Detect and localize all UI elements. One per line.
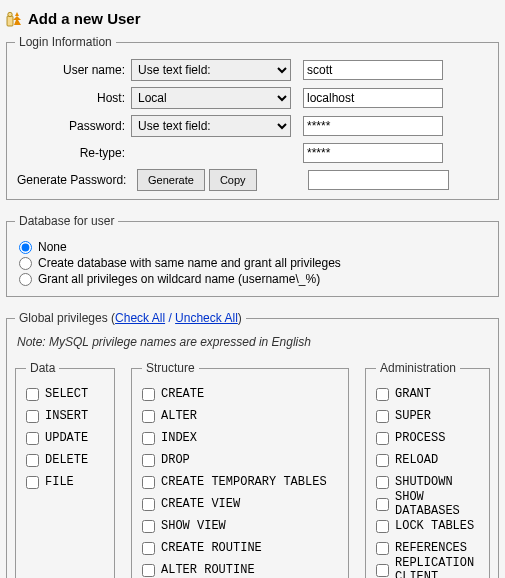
privilege-item[interactable]: GRANT <box>376 385 479 403</box>
data-privileges-legend: Data <box>26 361 59 375</box>
username-input[interactable] <box>303 60 443 80</box>
db-wild-row[interactable]: Grant all privileges on wildcard name (u… <box>19 272 490 286</box>
privilege-label: SHOW DATABASES <box>395 490 479 518</box>
privilege-checkbox[interactable] <box>142 520 155 533</box>
privilege-label: CREATE <box>161 387 204 401</box>
privilege-checkbox[interactable] <box>142 388 155 401</box>
privilege-label: DELETE <box>45 453 88 467</box>
privilege-label: SELECT <box>45 387 88 401</box>
privilege-checkbox[interactable] <box>142 542 155 555</box>
privilege-label: LOCK TABLES <box>395 519 474 533</box>
host-mode-select[interactable]: Local <box>131 87 291 109</box>
privilege-checkbox[interactable] <box>142 476 155 489</box>
copy-button[interactable]: Copy <box>209 169 257 191</box>
data-privileges-fieldset: Data SELECTINSERTUPDATEDELETEFILE <box>15 361 115 578</box>
login-info-fieldset: Login Information User name: Use text fi… <box>6 35 499 200</box>
privilege-label: RELOAD <box>395 453 438 467</box>
generate-button[interactable]: Generate <box>137 169 205 191</box>
privileges-note: Note: MySQL privilege names are expresse… <box>17 335 490 349</box>
privilege-item[interactable]: RELOAD <box>376 451 479 469</box>
privilege-item[interactable]: LOCK TABLES <box>376 517 479 535</box>
global-privileges-legend: Global privileges (Check All / Uncheck A… <box>15 311 246 325</box>
privilege-item[interactable]: SHOW DATABASES <box>376 495 479 513</box>
privilege-item[interactable]: PROCESS <box>376 429 479 447</box>
structure-privileges-fieldset: Structure CREATEALTERINDEXDROPCREATE TEM… <box>131 361 349 578</box>
privilege-checkbox[interactable] <box>376 498 389 511</box>
privilege-item[interactable]: REFERENCES <box>376 539 479 557</box>
privilege-checkbox[interactable] <box>376 476 389 489</box>
privilege-checkbox[interactable] <box>26 388 39 401</box>
privilege-item[interactable]: CREATE ROUTINE <box>142 539 338 557</box>
privilege-item[interactable]: ALTER ROUTINE <box>142 561 338 578</box>
admin-privileges-legend: Administration <box>376 361 460 375</box>
db-none-row[interactable]: None <box>19 240 490 254</box>
privilege-checkbox[interactable] <box>26 410 39 423</box>
privilege-checkbox[interactable] <box>142 410 155 423</box>
privilege-item[interactable]: REPLICATION CLIENT <box>376 561 479 578</box>
db-none-radio[interactable] <box>19 241 32 254</box>
privilege-checkbox[interactable] <box>26 476 39 489</box>
privilege-label: REFERENCES <box>395 541 467 555</box>
privilege-item[interactable]: SELECT <box>26 385 104 403</box>
global-privileges-fieldset: Global privileges (Check All / Uncheck A… <box>6 311 499 578</box>
privilege-item[interactable]: CREATE TEMPORARY TABLES <box>142 473 338 491</box>
username-mode-select[interactable]: Use text field: <box>131 59 291 81</box>
privilege-item[interactable]: SHOW VIEW <box>142 517 338 535</box>
privilege-item[interactable]: CREATE VIEW <box>142 495 338 513</box>
privilege-label: FILE <box>45 475 74 489</box>
privilege-checkbox[interactable] <box>142 454 155 467</box>
privilege-label: PROCESS <box>395 431 445 445</box>
privilege-item[interactable]: DROP <box>142 451 338 469</box>
page-header: Add a new User <box>6 6 499 27</box>
privilege-label: INDEX <box>161 431 197 445</box>
database-for-user-fieldset: Database for user None Create database w… <box>6 214 499 297</box>
privilege-checkbox[interactable] <box>376 388 389 401</box>
privilege-label: CREATE VIEW <box>161 497 240 511</box>
db-same-row[interactable]: Create database with same name and grant… <box>19 256 490 270</box>
privilege-checkbox[interactable] <box>376 542 389 555</box>
db-wild-label: Grant all privileges on wildcard name (u… <box>38 272 320 286</box>
admin-privileges-fieldset: Administration GRANTSUPERPROCESSRELOADSH… <box>365 361 490 578</box>
privilege-item[interactable]: ALTER <box>142 407 338 425</box>
db-wild-radio[interactable] <box>19 273 32 286</box>
host-label: Host: <box>15 91 131 105</box>
generated-password-output[interactable] <box>308 170 449 190</box>
structure-privileges-legend: Structure <box>142 361 199 375</box>
password-label: Password: <box>15 119 131 133</box>
privilege-checkbox[interactable] <box>376 454 389 467</box>
db-same-radio[interactable] <box>19 257 32 270</box>
retype-input[interactable] <box>303 143 443 163</box>
privilege-checkbox[interactable] <box>26 454 39 467</box>
uncheck-all-link[interactable]: Uncheck All <box>175 311 238 325</box>
privilege-item[interactable]: FILE <box>26 473 104 491</box>
privilege-checkbox[interactable] <box>142 564 155 577</box>
svg-rect-0 <box>7 16 13 26</box>
privilege-label: SHUTDOWN <box>395 475 453 489</box>
host-input[interactable] <box>303 88 443 108</box>
add-user-icon <box>6 11 22 27</box>
privilege-label: CREATE ROUTINE <box>161 541 262 555</box>
generate-password-label: Generate Password: <box>15 173 137 187</box>
privilege-item[interactable]: DELETE <box>26 451 104 469</box>
privilege-label: GRANT <box>395 387 431 401</box>
password-mode-select[interactable]: Use text field: <box>131 115 291 137</box>
privilege-label: SHOW VIEW <box>161 519 226 533</box>
privilege-checkbox[interactable] <box>142 498 155 511</box>
privilege-checkbox[interactable] <box>142 432 155 445</box>
privilege-item[interactable]: INSERT <box>26 407 104 425</box>
privilege-item[interactable]: SUPER <box>376 407 479 425</box>
password-input[interactable] <box>303 116 443 136</box>
privilege-checkbox[interactable] <box>26 432 39 445</box>
privilege-checkbox[interactable] <box>376 410 389 423</box>
privilege-label: ALTER ROUTINE <box>161 563 255 577</box>
privilege-checkbox[interactable] <box>376 432 389 445</box>
privilege-item[interactable]: INDEX <box>142 429 338 447</box>
privilege-checkbox[interactable] <box>376 520 389 533</box>
privilege-item[interactable]: CREATE <box>142 385 338 403</box>
privilege-item[interactable]: UPDATE <box>26 429 104 447</box>
db-same-label: Create database with same name and grant… <box>38 256 341 270</box>
privilege-item[interactable]: SHUTDOWN <box>376 473 479 491</box>
privilege-label: DROP <box>161 453 190 467</box>
check-all-link[interactable]: Check All <box>115 311 165 325</box>
privilege-checkbox[interactable] <box>376 564 389 577</box>
